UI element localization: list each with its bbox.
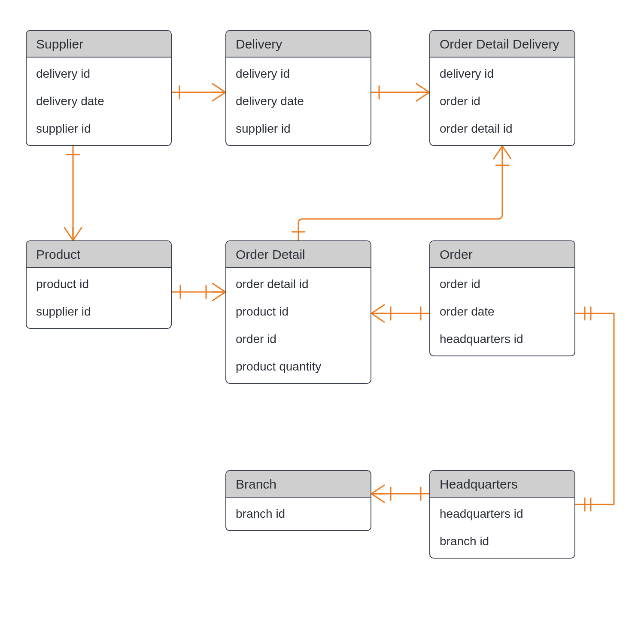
svg-line-3 [213, 92, 225, 101]
attr: delivery id [27, 60, 171, 88]
entity-headquarters: Headquarters headquarters id branch id [429, 470, 575, 559]
entity-product-body: product id supplier id [27, 268, 171, 328]
attr: headquarters id [430, 500, 574, 528]
svg-line-38 [371, 494, 384, 502]
svg-line-8 [416, 92, 429, 101]
attr: order id [430, 88, 574, 115]
entity-delivery-title: Delivery [226, 31, 371, 58]
svg-line-7 [416, 84, 429, 92]
entity-order-detail: Order Detail order detail id product id … [225, 240, 371, 384]
entity-hq-title: Headquarters [430, 471, 574, 498]
entity-product: Product product id supplier id [26, 240, 172, 329]
attr: delivery id [226, 60, 371, 88]
attr: delivery date [27, 88, 171, 115]
entity-delivery-body: delivery id delivery date supplier id [226, 58, 371, 145]
entity-odd-title: Order Detail Delivery [430, 31, 574, 58]
entity-branch-title: Branch [226, 471, 371, 498]
entity-odd-body: delivery id order id order detail id [430, 58, 574, 145]
attr: supplier id [27, 115, 171, 143]
attr: order id [226, 325, 371, 353]
attr: order id [430, 270, 574, 298]
svg-line-27 [494, 146, 502, 159]
entity-od-body: order detail id product id order id prod… [226, 268, 371, 383]
entity-order-detail-delivery: Order Detail Delivery delivery id order … [429, 30, 575, 146]
svg-line-37 [371, 485, 384, 494]
svg-line-13 [73, 228, 82, 240]
entity-order-body: order id order date headquarters id [430, 268, 574, 355]
attr: order date [430, 298, 574, 325]
svg-line-2 [213, 84, 225, 92]
svg-line-23 [371, 313, 384, 322]
attr: order detail id [430, 115, 574, 143]
entity-product-title: Product [27, 241, 171, 268]
svg-line-18 [213, 292, 225, 301]
svg-line-28 [502, 146, 511, 159]
entity-supplier: Supplier delivery id delivery date suppl… [26, 30, 172, 146]
entity-hq-body: headquarters id branch id [430, 498, 574, 558]
entity-branch: Branch branch id [225, 470, 371, 531]
entity-order: Order order id order date headquarters i… [429, 240, 575, 356]
entity-branch-body: branch id [226, 498, 371, 530]
entity-supplier-title: Supplier [27, 31, 171, 58]
er-diagram: { "entities": { "supplier": { "title": "… [0, 0, 644, 644]
svg-line-22 [371, 305, 384, 313]
attr: headquarters id [430, 325, 574, 353]
entity-od-title: Order Detail [226, 241, 371, 268]
attr: delivery date [226, 88, 371, 115]
attr: product id [27, 270, 171, 298]
attr: order detail id [226, 270, 371, 298]
entity-order-title: Order [430, 241, 574, 268]
attr: supplier id [27, 298, 171, 325]
svg-line-17 [213, 283, 225, 292]
attr: branch id [226, 500, 371, 528]
attr: product quantity [226, 353, 371, 380]
svg-line-12 [64, 228, 73, 240]
attr: branch id [430, 528, 574, 555]
attr: product id [226, 298, 371, 325]
attr: delivery id [430, 60, 574, 88]
entity-delivery: Delivery delivery id delivery date suppl… [225, 30, 371, 146]
entity-supplier-body: delivery id delivery date supplier id [27, 58, 171, 145]
attr: supplier id [226, 115, 371, 143]
